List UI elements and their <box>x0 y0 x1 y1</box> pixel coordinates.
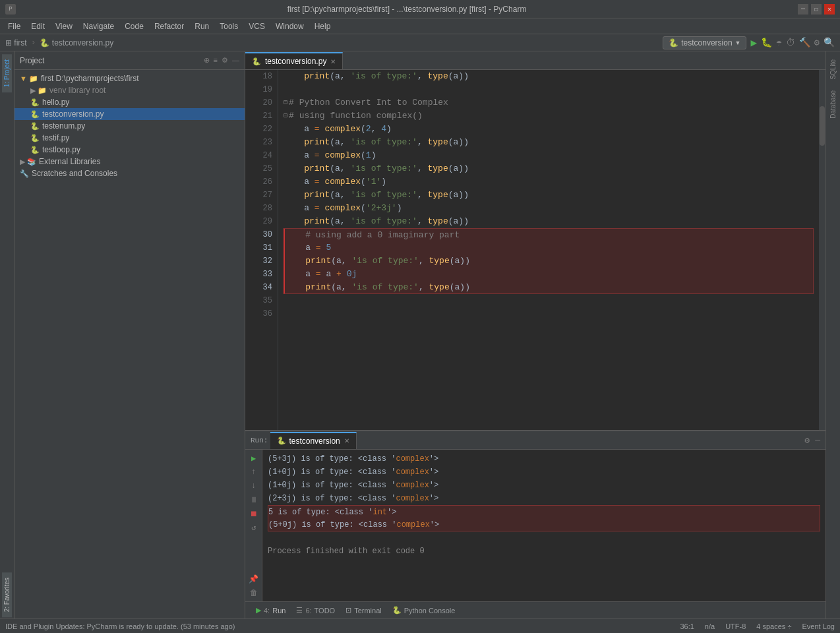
search-everywhere-button[interactable]: 🔍 <box>824 37 835 48</box>
code-line-20: ⊟# Python Convert Int to Complex <box>284 96 814 109</box>
run-tab[interactable]: 🐍 testconversion ✕ <box>270 432 356 449</box>
run-label: Run: <box>251 437 268 444</box>
project-tab[interactable]: 1: Project <box>2 54 12 92</box>
output-content[interactable]: (5+3j) is of type: <class 'complex'> (1+… <box>262 450 825 601</box>
run-up-icon[interactable]: ↑ <box>248 466 260 478</box>
output-line-4: (2+3j) is of type: <class 'complex'> <box>268 492 820 505</box>
bottom-toolbar: ⚙ — <box>804 435 820 446</box>
menu-refactor[interactable]: Refactor <box>149 22 189 31</box>
menu-tools[interactable]: Tools <box>214 22 243 31</box>
folder-open-icon: ▼ 📁 <box>20 75 38 83</box>
breadcrumb-separator: › <box>31 38 36 47</box>
tree-item-venv[interactable]: ▶ 📁 venv library root <box>15 84 245 96</box>
line-numbers: 18 19 20 21 22 23 24 25 26 27 28 29 30 3… <box>245 70 278 430</box>
tree-item-testloop[interactable]: 🐍 testloop.py <box>15 144 245 156</box>
run-pin-icon[interactable]: 📌 <box>248 573 260 585</box>
project-panel: Project ⊕ ≡ ⚙ — ▼ 📁 first D:\pycharmproj… <box>15 51 245 618</box>
tree-item-testconversion[interactable]: 🐍 testconversion.py <box>15 108 245 120</box>
run-output: ▶ ↑ ↓ ⏸ ⏹ ↺ 📌 🗑 (5+3j) is of type: <clas… <box>245 450 825 601</box>
breadcrumb-first[interactable]: ⊞ first <box>5 38 27 47</box>
run-nav-item[interactable]: ▶ 4: Run <box>251 606 291 615</box>
database-label[interactable]: Database <box>828 85 838 124</box>
menu-run[interactable]: Run <box>189 22 214 31</box>
python-file-icon: 🐍 <box>30 146 40 154</box>
tree-item-testif[interactable]: 🐍 testif.py <box>15 132 245 144</box>
run-down-icon[interactable]: ↓ <box>248 480 260 492</box>
toolbar: ⊞ first › 🐍 testconversion.py 🐍 testconv… <box>0 34 840 51</box>
scrollbar-thumb[interactable] <box>820 106 825 146</box>
event-log[interactable]: Event Log <box>802 622 835 630</box>
hide-bottom-icon[interactable]: — <box>815 435 820 445</box>
minimize-button[interactable]: — <box>798 4 808 15</box>
title-bar: P first [D:\pycharmprojects\first] - ...… <box>0 0 840 18</box>
debug-button[interactable]: 🐛 <box>761 37 772 48</box>
output-line-8: Process finished with exit code 0 <box>268 545 820 558</box>
tree-item-hello[interactable]: 🐍 hello.py <box>15 96 245 108</box>
tree-item-testenum[interactable]: 🐍 testenum.py <box>15 120 245 132</box>
menu-navigate[interactable]: Navigate <box>78 22 119 31</box>
menu-file[interactable]: File <box>3 22 26 31</box>
tree-item-external-libraries[interactable]: ▶ 📚 External Libraries <box>15 156 245 167</box>
settings-button[interactable]: ⚙ <box>814 37 820 48</box>
code-line-26: a = complex('1') <box>284 175 814 189</box>
todo-nav-item[interactable]: ☰ 6: TODO <box>291 606 340 615</box>
editor-tab-label: testconversion.py <box>265 57 326 66</box>
run-configuration[interactable]: 🐍 testconversion ▼ <box>663 36 746 49</box>
run-stop-icon[interactable]: ⏹ <box>248 508 260 520</box>
run-tab-label: testconversion <box>289 437 340 446</box>
gear-icon[interactable]: ⚙ <box>222 56 228 65</box>
build-button[interactable]: 🔨 <box>799 37 810 48</box>
coverage-button[interactable]: ☂ <box>776 37 781 48</box>
menu-edit[interactable]: Edit <box>26 22 50 31</box>
profile-button[interactable]: ⏱ <box>786 38 795 48</box>
sqlite-label[interactable]: SQLite <box>828 54 838 85</box>
code-editor[interactable]: 18 19 20 21 22 23 24 25 26 27 28 29 30 3… <box>245 70 825 430</box>
code-line-21: ⊟# using function complex() <box>284 109 814 123</box>
code-line-30: # using add a 0 imaginary part <box>284 228 814 241</box>
code-line-33: a = a + 0j <box>284 268 814 281</box>
status-bar: IDE and Plugin Updates: PyCharm is ready… <box>0 618 840 633</box>
menu-view[interactable]: View <box>50 22 78 31</box>
close-run-tab[interactable]: ✕ <box>344 437 349 444</box>
new-item-icon[interactable]: ⊕ <box>204 56 210 65</box>
scratches-icon: 🔧 <box>20 169 29 178</box>
collapse-all-icon[interactable]: ≡ <box>214 56 218 65</box>
run-button[interactable]: ▶ <box>750 36 757 49</box>
run-play-icon[interactable]: ▶ <box>248 452 260 464</box>
python-console-nav-item[interactable]: 🐍 Python Console <box>387 606 461 615</box>
settings-icon[interactable]: ⚙ <box>804 435 810 446</box>
breadcrumb-file[interactable]: 🐍 testconversion.py <box>40 38 113 47</box>
menu-code[interactable]: Code <box>119 22 149 31</box>
run-rerun-icon[interactable]: ↺ <box>248 522 260 533</box>
content-area: 1: Project 2: Favorites Project ⊕ ≡ ⚙ — … <box>0 51 840 618</box>
close-button[interactable]: ✕ <box>824 4 835 15</box>
output-line-2: (1+0j) is of type: <class 'complex'> <box>268 466 820 479</box>
output-line-3: (1+0j) is of type: <class 'complex'> <box>268 479 820 492</box>
editor-scrollbar[interactable] <box>819 70 825 430</box>
code-line-25: print(a, 'is of type:', type(a)) <box>284 162 814 175</box>
favorites-tab[interactable]: 2: Favorites <box>2 572 12 617</box>
encoding-info[interactable]: UTF-8 <box>725 622 746 630</box>
close-tab-button[interactable]: ✕ <box>330 58 336 65</box>
terminal-nav-item[interactable]: ⊡ Terminal <box>340 606 387 615</box>
code-text[interactable]: print(a, 'is of type:', type(a)) ⊟# Pyth… <box>278 70 819 430</box>
menu-help[interactable]: Help <box>309 22 336 31</box>
menu-window[interactable]: Window <box>270 22 309 31</box>
tree-item-scratches[interactable]: 🔧 Scratches and Consoles <box>15 167 245 179</box>
status-message: IDE and Plugin Updates: PyCharm is ready… <box>5 622 235 630</box>
maximize-button[interactable]: ☐ <box>811 4 822 15</box>
run-sidebar: ▶ ↑ ↓ ⏸ ⏹ ↺ 📌 🗑 <box>245 450 262 601</box>
menu-vcs[interactable]: VCS <box>243 22 270 31</box>
selection-info: n/a <box>705 622 715 630</box>
code-line-27: print(a, 'is of type:', type(a)) <box>284 189 814 202</box>
indent-info[interactable]: 4 spaces ÷ <box>756 622 791 630</box>
project-panel-title: Project <box>20 56 44 65</box>
editor-tab-testconversion[interactable]: 🐍 testconversion.py ✕ <box>245 52 343 69</box>
python-file-icon: 🐍 <box>30 134 40 142</box>
hide-panel-icon[interactable]: — <box>232 56 239 65</box>
run-pause-icon[interactable]: ⏸ <box>248 494 260 506</box>
tree-item-first-folder[interactable]: ▼ 📁 first D:\pycharmprojects\first <box>15 73 245 84</box>
run-clear-icon[interactable]: 🗑 <box>248 587 260 599</box>
bottom-panel: Run: 🐍 testconversion ✕ ⚙ — ▶ ↑ <box>245 430 825 601</box>
left-panel-tabs: 1: Project 2: Favorites <box>0 51 15 618</box>
